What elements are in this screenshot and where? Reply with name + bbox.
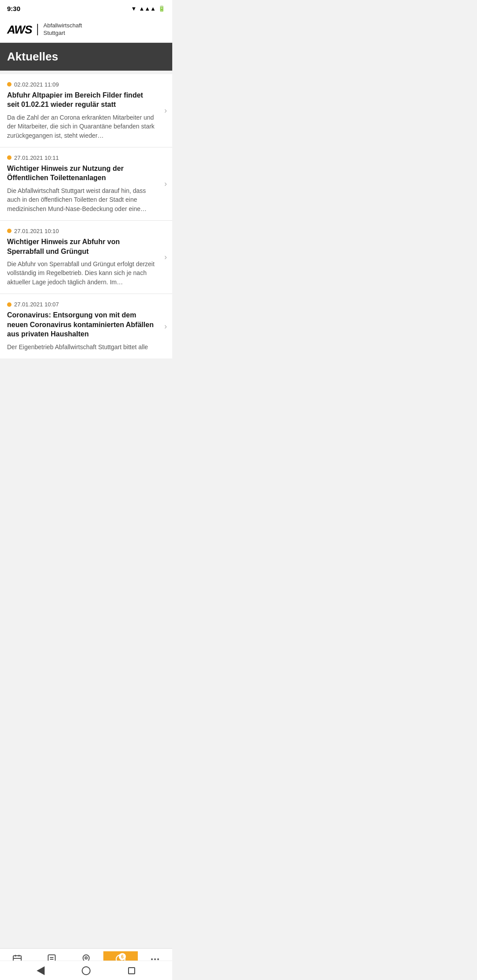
news-date-2: 27.01.2021 10:11 — [14, 155, 59, 161]
news-date-row-1: 02.02.2021 11:09 — [7, 81, 155, 88]
status-icons: ▼ ▲▲▲ 🔋 — [131, 5, 165, 12]
news-date-3: 27.01.2021 10:10 — [14, 228, 59, 234]
news-list: 02.02.2021 11:09 Abfuhr Altpapier im Ber… — [0, 74, 172, 358]
news-title-4: Coronavirus: Entsorgung von mit dem neue… — [7, 310, 155, 339]
signal-icon: ▲▲▲ — [139, 5, 156, 12]
news-preview-4: Der Eigenbetrieb Abfallwirtschaft Stuttg… — [7, 343, 155, 351]
status-bar: 9:30 ▼ ▲▲▲ 🔋 — [0, 0, 172, 17]
news-item[interactable]: 27.01.2021 10:07 Coronavirus: Entsorgung… — [0, 294, 172, 358]
header-bar: AWS Abfallwirtschaft Stuttgart — [0, 17, 172, 43]
news-date-1: 02.02.2021 11:09 — [14, 81, 59, 88]
news-preview-1: Da die Zahl der an Corona erkrankten Mit… — [7, 113, 155, 140]
news-item[interactable]: 02.02.2021 11:09 Abfuhr Altpapier im Ber… — [0, 74, 172, 147]
news-content-2: 27.01.2021 10:11 Wichtiger Hinweis zur N… — [7, 155, 165, 213]
news-title-3: Wichtiger Hinweis zur Abfuhr von Sperrab… — [7, 237, 155, 256]
news-date-4: 27.01.2021 10:07 — [14, 301, 59, 308]
news-content-1: 02.02.2021 11:09 Abfuhr Altpapier im Ber… — [7, 81, 165, 140]
news-dot-4 — [7, 302, 11, 307]
aws-logo: AWS — [7, 24, 38, 35]
news-dot-1 — [7, 82, 11, 87]
news-dot-2 — [7, 155, 11, 160]
news-preview-3: Die Abfuhr von Sperrabfall und Grüngut e… — [7, 260, 155, 286]
news-content-4: 27.01.2021 10:07 Coronavirus: Entsorgung… — [7, 301, 165, 351]
status-time: 9:30 — [7, 5, 20, 12]
news-arrow-3: › — [164, 253, 167, 262]
company-name: Abfallwirtschaft Stuttgart — [43, 22, 82, 37]
news-preview-2: Die Abfallwirtschaft Stuttgart weist dar… — [7, 186, 155, 213]
news-item[interactable]: 27.01.2021 10:10 Wichtiger Hinweis zur A… — [0, 221, 172, 294]
news-content-3: 27.01.2021 10:10 Wichtiger Hinweis zur A… — [7, 228, 165, 286]
wifi-icon: ▼ — [131, 5, 137, 12]
news-title-2: Wichtiger Hinweis zur Nutzung der Öffent… — [7, 164, 155, 183]
battery-icon: 🔋 — [158, 5, 165, 12]
news-arrow-1: › — [164, 106, 167, 115]
news-item[interactable]: 27.01.2021 10:11 Wichtiger Hinweis zur N… — [0, 147, 172, 221]
page-title-bar: Aktuelles — [0, 43, 172, 71]
news-date-row-4: 27.01.2021 10:07 — [7, 301, 155, 308]
news-dot-3 — [7, 229, 11, 233]
news-title-1: Abfuhr Altpapier im Bereich Filder finde… — [7, 90, 155, 109]
news-date-row-3: 27.01.2021 10:10 — [7, 228, 155, 234]
page-title: Aktuelles — [7, 50, 165, 64]
news-date-row-2: 27.01.2021 10:11 — [7, 155, 155, 161]
news-arrow-4: › — [164, 322, 167, 331]
news-arrow-2: › — [164, 179, 167, 188]
